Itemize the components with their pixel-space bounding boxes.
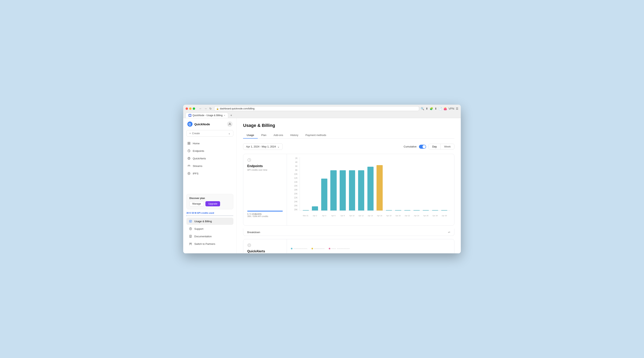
manage-button[interactable]: Manage <box>189 201 204 206</box>
bar-group-8[interactable] <box>375 165 384 210</box>
home-icon <box>187 142 191 145</box>
endpoints-credits-label: 30K / 50M API credits <box>247 215 283 218</box>
quickalerts-right: •••••••••••• ••••••••• •••• ••••••••••• <box>287 239 454 253</box>
bar-group-1[interactable] <box>311 206 320 210</box>
sidebar: Q QuickNode + Create ⌄ <box>183 118 237 253</box>
menu-icon[interactable]: ☰ <box>456 107 458 110</box>
bar-group-2[interactable] <box>320 178 329 210</box>
browser-toolbar: 🔍 ⬆ 🧩 ⬇ 📄 👛 VPN ☰ <box>421 107 458 110</box>
maximize-button[interactable] <box>193 108 195 110</box>
bar-10 <box>395 210 401 210</box>
x-label-8: Apr 16 <box>377 215 382 217</box>
new-tab-button[interactable]: + <box>228 113 234 118</box>
bar-group-6[interactable] <box>357 170 366 210</box>
bar-group-15[interactable] <box>440 210 449 210</box>
vpn-icon[interactable]: VPN <box>448 107 454 110</box>
main-content: Usage & Billing Usage Plan Add-ons Histo… <box>237 118 461 253</box>
plan-title: Discover plan <box>189 197 230 200</box>
bar-group-5[interactable] <box>348 170 356 210</box>
y-label-18k: 18K <box>291 189 299 191</box>
logo-text: QuickNode <box>194 122 210 126</box>
sidebar-item-partners[interactable]: Switch to Partners <box>186 240 233 248</box>
tab-payment[interactable]: Payment methods <box>302 132 330 138</box>
refresh-button[interactable]: ↻ <box>208 107 212 110</box>
day-button[interactable]: Day <box>429 144 440 149</box>
x-label-group-11: Apr 22 <box>403 215 412 217</box>
x-axis: Mar 31Apr 2Apr 4Apr 6Apr 8Apr 10Apr 12Ap… <box>300 215 450 217</box>
bar-group-7[interactable] <box>366 167 375 210</box>
legend-label-1: •••••••••••• <box>294 248 308 250</box>
create-button[interactable]: + Create ⌄ <box>186 130 233 136</box>
y-label-8k: 8K <box>291 169 299 171</box>
address-bar[interactable]: 🔒 dashboard.quicknode.com/billing <box>214 106 419 111</box>
share-icon[interactable]: ⬆ <box>426 107 428 110</box>
y-label-14k: 14K <box>291 181 299 183</box>
upgrade-button[interactable]: Upgrade <box>206 201 220 206</box>
close-button[interactable] <box>186 108 188 110</box>
bar-group-14[interactable] <box>431 210 440 210</box>
tab-history[interactable]: History <box>287 132 302 138</box>
svg-point-3 <box>229 123 230 124</box>
bar-group-9[interactable] <box>384 210 394 210</box>
support-label: Support <box>194 227 204 230</box>
sidebar-bottom: Discover plan Manage Upgrade 30 K 50 M A… <box>183 192 236 250</box>
download-icon[interactable]: ⬇ <box>434 107 437 110</box>
bar-group-10[interactable] <box>394 210 403 210</box>
bar-group-13[interactable] <box>421 210 430 210</box>
breakdown-filter-icon[interactable]: ⇌ <box>448 230 450 234</box>
logo: Q QuickNode <box>187 121 210 127</box>
endpoints-progress-bar <box>247 211 283 212</box>
svg-point-17 <box>191 243 192 244</box>
streams-icon <box>187 164 191 168</box>
plan-card: Discover plan Manage Upgrade <box>186 194 233 209</box>
bar-group-3[interactable] <box>329 170 338 210</box>
extensions-icon[interactable]: 🧩 <box>430 107 433 110</box>
cumulative-toggle[interactable] <box>419 145 426 149</box>
sidebar-item-quickalerts[interactable]: QuickAlerts <box>185 155 235 162</box>
x-label-group-1: Apr 2 <box>310 215 320 217</box>
y-label-22k: 22K <box>291 197 299 199</box>
sidebar-item-ipfs[interactable]: IPFS <box>185 170 235 177</box>
tab-addons[interactable]: Add-ons <box>270 132 287 138</box>
active-tab[interactable]: QuickNode - Usage & Billing ✕ <box>186 112 228 118</box>
partners-icon <box>189 242 192 246</box>
minimize-button[interactable] <box>189 108 192 110</box>
reader-icon[interactable]: 📄 <box>438 107 442 110</box>
bar-6 <box>358 170 364 210</box>
url-text: dashboard.quicknode.com/billing <box>220 107 254 110</box>
week-button[interactable]: Week <box>440 144 454 149</box>
tab-plan[interactable]: Plan <box>258 132 270 138</box>
bar-group-4[interactable] <box>338 170 347 210</box>
x-label-12: Apr 24 <box>414 215 419 217</box>
x-label-10: Apr 20 <box>395 215 401 217</box>
search-icon[interactable]: 🔍 <box>421 107 424 110</box>
x-label-9: Apr 18 <box>386 215 392 217</box>
x-label-0: Mar 31 <box>303 215 308 217</box>
sidebar-item-endpoints[interactable]: Endpoints <box>185 147 235 154</box>
tab-close-button[interactable]: ✕ <box>224 114 225 116</box>
endpoints-title: Endpoints <box>247 164 283 168</box>
sidebar-item-documentation[interactable]: Documentation <box>186 233 233 240</box>
bar-group-11[interactable] <box>403 210 412 210</box>
x-label-2: Apr 4 <box>322 215 326 217</box>
home-label: Home <box>193 142 200 145</box>
tab-usage[interactable]: Usage <box>243 132 258 138</box>
credits-bar <box>186 215 233 216</box>
sidebar-item-streams[interactable]: Streams <box>185 162 235 170</box>
chart-left-panel: Endpoints API credits over time 1 / 1 en… <box>243 154 287 226</box>
date-picker[interactable]: Apr 1, 2024 - May 1, 2024 ⌄ <box>243 143 282 150</box>
quickalerts-label: QuickAlerts <box>193 157 206 160</box>
date-range-text: Apr 1, 2024 - May 1, 2024 <box>246 145 276 148</box>
chart-canvas: 28K 26K 24K 22K 20K 18K 16K 14K 12K 10K … <box>291 157 450 217</box>
sidebar-item-support[interactable]: Support <box>186 225 233 232</box>
back-button[interactable]: ← <box>198 107 203 110</box>
profile-icon[interactable] <box>227 121 232 127</box>
y-label-16k: 16K <box>291 185 299 187</box>
sidebar-item-billing[interactable]: Usage & Billing <box>186 218 233 225</box>
bar-group-12[interactable] <box>412 210 421 210</box>
credits-container: 30 K 50 M API credits used <box>186 212 233 216</box>
bar-group-0[interactable] <box>302 210 310 210</box>
forward-button[interactable]: → <box>204 107 208 110</box>
sidebar-item-home[interactable]: Home <box>185 140 235 147</box>
wallet-icon[interactable]: 👛 <box>444 107 447 110</box>
